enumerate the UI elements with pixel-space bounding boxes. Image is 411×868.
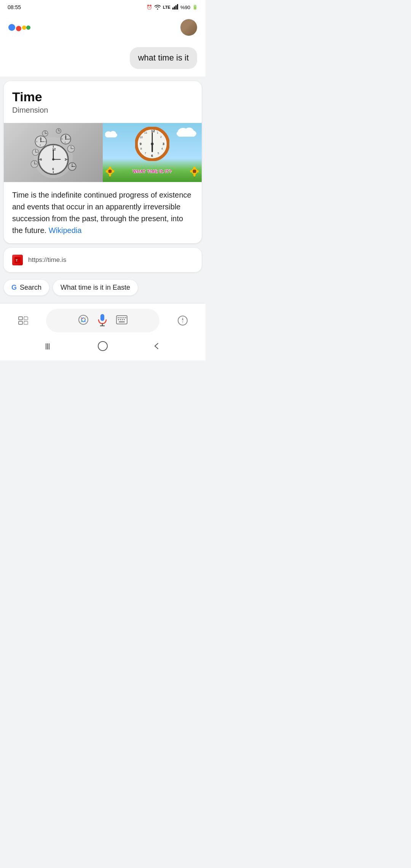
svg-text:6: 6 [151,154,153,158]
nav-back[interactable] [153,342,160,352]
svg-text:1: 1 [157,131,158,134]
svg-point-96 [79,315,88,324]
svg-rect-108 [121,317,123,318]
svg-text:12: 12 [52,148,56,152]
google-logo [8,24,30,31]
battery-text: %90 [180,5,190,10]
svg-point-55 [185,128,194,135]
svg-rect-115 [119,321,125,322]
android-nav-bar [0,336,206,361]
card-title: Time [12,89,193,104]
svg-rect-3 [177,4,178,10]
svg-text:5: 5 [158,152,159,155]
search-suggestions: G Search What time is it in Easte [0,275,206,299]
link-card[interactable]: T https://time.is [4,248,202,272]
wikipedia-link[interactable]: Wikipedia [49,226,82,235]
svg-text:9: 9 [140,142,142,146]
svg-rect-95 [24,321,28,324]
compass-button[interactable] [159,316,206,326]
avatar[interactable] [180,19,197,36]
svg-rect-2 [175,5,177,10]
wifi-icon [154,4,161,11]
dot-yellow [22,26,26,30]
svg-point-33 [65,139,66,140]
alarm-icon: ⏰ [147,5,152,10]
svg-text:9: 9 [36,141,37,143]
message-area: what time is it [0,41,206,77]
svg-text:10: 10 [140,136,143,139]
what-time-label: What Time Is It? [133,169,172,174]
status-time: 08:55 [8,4,21,10]
svg-text:3: 3 [69,139,70,140]
svg-rect-0 [172,8,174,10]
svg-rect-102 [100,314,104,321]
svg-rect-106 [118,317,119,318]
svg-rect-93 [19,321,22,324]
svg-point-122 [98,341,107,351]
search-pill-2-text: What time is it in Easte [61,284,130,292]
signal-icon [172,4,178,11]
svg-text:4: 4 [161,147,163,150]
svg-text:T: T [16,258,18,262]
svg-rect-114 [124,319,125,320]
svg-text:3: 3 [162,142,164,146]
svg-point-89 [151,142,154,145]
dot-blue [8,24,15,31]
svg-rect-110 [125,317,126,318]
search-pill-main[interactable]: G Search [4,280,49,295]
status-icons: ⏰ LTE %90 🔋 [147,4,198,11]
google-g-icon: G [11,284,17,292]
top-bar [0,14,206,41]
svg-text:6: 6 [65,142,66,144]
battery-icon: 🔋 [192,5,198,10]
svg-text:9: 9 [40,158,42,162]
svg-rect-113 [122,319,123,320]
search-label: Search [20,284,41,292]
mic-button[interactable] [97,313,108,328]
svg-rect-112 [120,319,121,320]
svg-text:3: 3 [45,141,46,143]
svg-point-17 [52,158,54,161]
svg-rect-111 [118,319,119,320]
svg-text:9: 9 [61,139,62,140]
svg-point-52 [72,166,73,167]
status-bar: 08:55 ⏰ LTE %90 🔋 [0,0,206,14]
link-url[interactable]: https://time.is [28,256,66,264]
main-card: Time Dimension 12 3 6 9 [4,81,202,243]
card-image-right[interactable]: 12 3 6 9 1 2 4 5 7 8 10 11 What Time I [103,123,202,182]
apps-button[interactable] [0,316,46,325]
svg-marker-118 [182,321,183,324]
keyboard-button[interactable] [116,315,127,326]
nav-recents[interactable] [45,342,52,352]
svg-text:6: 6 [40,144,41,146]
card-image-left[interactable]: 12 3 6 9 12 3 6 9 12 3 [4,123,103,182]
user-message-bubble: what time is it [130,47,197,69]
svg-text:12: 12 [151,129,155,133]
svg-point-58 [110,131,116,136]
card-image-row[interactable]: 12 3 6 9 12 3 6 9 12 3 [4,123,202,182]
card-desc-text: Time is the indefinite continued progres… [12,189,193,236]
nav-home[interactable] [97,341,108,353]
svg-text:7: 7 [145,152,146,155]
search-pill-2[interactable]: What time is it in Easte [53,280,138,295]
svg-text:11: 11 [144,131,147,134]
card-description: Time is the indefinite continued progres… [4,182,202,243]
svg-point-25 [40,141,41,142]
card-header: Time Dimension [4,81,202,117]
svg-text:3: 3 [65,158,67,162]
svg-text:6: 6 [52,167,54,171]
dot-red [16,26,21,31]
svg-rect-107 [119,317,121,318]
svg-text:2: 2 [160,136,162,138]
dot-green [26,26,30,30]
svg-rect-94 [24,317,28,320]
link-favicon: T [12,255,23,265]
svg-rect-92 [19,317,22,320]
svg-rect-1 [174,6,175,10]
bottom-nav [0,303,206,336]
card-subtitle: Dimension [12,106,193,115]
lte-icon: LTE [163,5,170,10]
svg-text:8: 8 [140,147,142,150]
avatar-image [180,19,197,36]
lens-button[interactable] [78,314,89,327]
